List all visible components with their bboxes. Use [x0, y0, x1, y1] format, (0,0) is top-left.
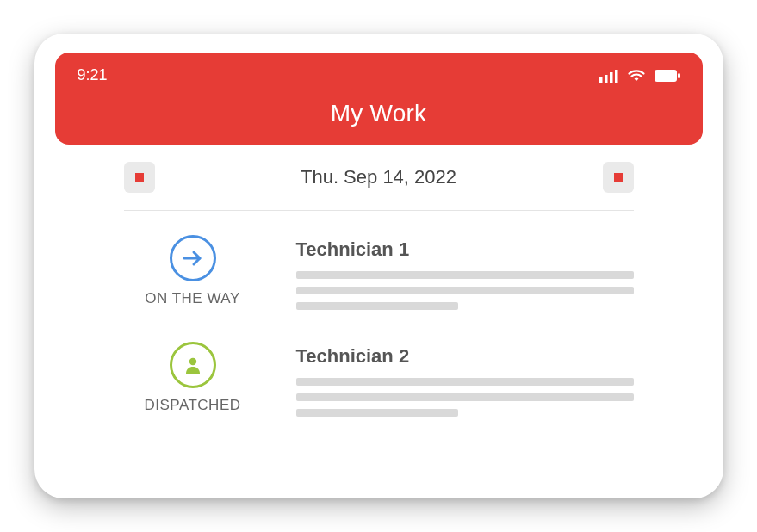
svg-rect-0: [599, 77, 603, 83]
job-status: DISPATCHED: [124, 342, 262, 414]
next-date-button[interactable]: [603, 162, 634, 193]
battery-icon: [655, 70, 680, 82]
skeleton-line: [296, 409, 458, 417]
signal-icon: [599, 69, 618, 83]
date-navigator: Thu. Sep 14, 2022: [124, 162, 634, 211]
person-icon: [170, 342, 216, 388]
skeleton-line: [296, 287, 634, 294]
app-header: 9:21: [55, 53, 703, 145]
arrow-right-icon: [170, 235, 216, 281]
skeleton-line: [296, 302, 458, 310]
date-label: Thu. Sep 14, 2022: [301, 166, 456, 189]
svg-rect-2: [610, 72, 613, 83]
wifi-icon: [627, 69, 646, 83]
job-list: ON THE WAY Technician 1 DISPATCHED: [124, 235, 634, 424]
job-status: ON THE WAY: [124, 235, 262, 307]
job-status-label: ON THE WAY: [145, 290, 239, 307]
stop-icon: [135, 173, 144, 182]
svg-rect-5: [678, 73, 680, 78]
device-frame: 9:21: [34, 34, 723, 498]
job-detail: Technician 1: [296, 235, 634, 318]
svg-rect-3: [615, 70, 618, 83]
status-bar: 9:21: [78, 66, 680, 84]
prev-date-button[interactable]: [124, 162, 155, 193]
status-icons: [599, 69, 680, 83]
stop-icon: [614, 173, 623, 182]
svg-rect-1: [605, 75, 608, 83]
technician-name: Technician 1: [296, 238, 634, 261]
skeleton-line: [296, 271, 634, 279]
page-title: My Work: [78, 100, 680, 127]
svg-point-7: [189, 358, 195, 365]
status-time: 9:21: [78, 66, 108, 84]
skeleton-line: [296, 378, 634, 386]
job-detail: Technician 2: [296, 342, 634, 424]
skeleton-line: [296, 393, 634, 401]
job-item[interactable]: DISPATCHED Technician 2: [124, 342, 634, 424]
job-item[interactable]: ON THE WAY Technician 1: [124, 235, 634, 318]
technician-name: Technician 2: [296, 345, 634, 368]
job-status-label: DISPATCHED: [144, 397, 240, 414]
svg-rect-4: [655, 70, 677, 82]
